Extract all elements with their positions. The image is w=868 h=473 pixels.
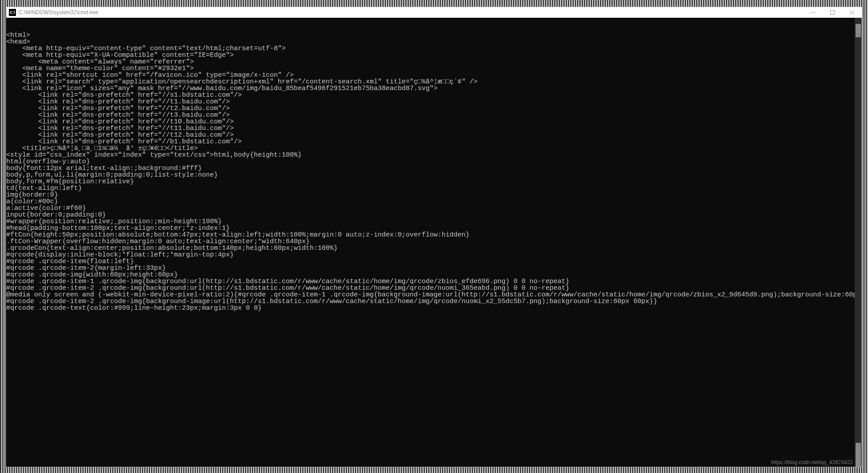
terminal-line: #head{padding-bottom:100px;text-align:ce… <box>6 225 862 232</box>
terminal-line: body{font:12px arial;text-align:;backgro… <box>6 165 862 172</box>
maximize-button[interactable] <box>823 7 842 18</box>
scrollbar-thumb-bottom[interactable] <box>856 443 861 467</box>
watermark: https://blog.csdn.net/qq_42874422 <box>771 459 853 466</box>
terminal-line: #ftCon{height:50px;position:absolute;bot… <box>6 232 862 238</box>
terminal-line: <html> <box>6 32 862 39</box>
terminal-line: <link rel="dns-prefetch" href="//s1.bdst… <box>6 92 862 99</box>
window-controls <box>803 7 862 18</box>
terminal-line: <meta http-equiv="X-UA-Compatible" conte… <box>6 52 862 59</box>
terminal-line: .ftCon-Wrapper{overflow:hidden;margin:0 … <box>6 238 862 245</box>
terminal-line: a:active{color:#f60} <box>6 205 862 212</box>
terminal-line: td{text-align:left} <box>6 185 862 192</box>
terminal-line: <meta content="always" name="referrer"> <box>6 59 862 65</box>
terminal-line: #qrcode .qrcode-img{width:60px;height:60… <box>6 272 862 278</box>
terminal-line: <meta http-equiv="content-type" content=… <box>6 45 862 52</box>
terminal-line: .qrcodeCon{text-align:center;position:ab… <box>6 245 862 252</box>
terminal-line: <link rel="dns-prefetch" href="//b1.bdst… <box>6 138 862 145</box>
terminal-line: #qrcode .qrcode-item-2 .qrcode-img{backg… <box>6 298 862 305</box>
terminal-line: #qrcode .qrcode-item{float:left} <box>6 258 862 265</box>
terminal-line: <link rel="shortcut icon" href="/favicon… <box>6 72 862 79</box>
terminal-line: <link rel="dns-prefetch" href="//t3.baid… <box>6 112 862 118</box>
cmd-window: C:\ C:\WINDOWS\system32\cmd.exe <html><h… <box>6 7 862 467</box>
terminal-line: <link rel="dns-prefetch" href="//t10.bai… <box>6 118 862 125</box>
terminal-line: <link rel="dns-prefetch" href="//t11.bai… <box>6 125 862 132</box>
terminal-line: body,p,form,ul,li{margin:0;padding:0;lis… <box>6 172 862 178</box>
terminal-line: body,form,#fm{position:relative} <box>6 178 862 185</box>
terminal-line: <style id="css_index" index="index" type… <box>6 152 862 158</box>
terminal-line: @media only screen and (-webkit-min-devi… <box>6 292 862 298</box>
terminal-line: <head> <box>6 39 862 45</box>
terminal-line: #qrcode .qrcode-item-1 .qrcode-img{backg… <box>6 278 862 285</box>
terminal-line: <link rel="dns-prefetch" href="//t2.baid… <box>6 105 862 112</box>
app-icon: C:\ <box>9 9 16 16</box>
terminal-line: img{border:0} <box>6 192 862 198</box>
terminal-line: a{color:#00c} <box>6 198 862 205</box>
terminal-line: <link rel="search" type="application/ope… <box>6 79 862 85</box>
terminal-line: input{border:0;padding:0} <box>6 212 862 218</box>
terminal-line: <link rel="icon" sizes="any" mask href="… <box>6 85 862 92</box>
scrollbar-thumb-top[interactable] <box>856 24 861 37</box>
terminal-lines: <html><head> <meta http-equiv="content-t… <box>6 32 862 311</box>
terminal-line: <link rel="dns-prefetch" href="//t1.baid… <box>6 99 862 105</box>
svg-rect-1 <box>831 11 835 15</box>
titlebar[interactable]: C:\ C:\WINDOWS\system32\cmd.exe <box>6 7 862 18</box>
terminal-output[interactable]: <html><head> <meta http-equiv="content-t… <box>6 18 862 467</box>
scrollbar[interactable] <box>855 18 862 467</box>
minimize-button[interactable] <box>803 7 823 18</box>
terminal-line: #qrcode .qrcode-item-2 .qrcode-img{backg… <box>6 285 862 292</box>
terminal-line: <title>ç□¾åº¦ä¸□ä¸□ï¼□ä½ å° ±ç□¥é□□</tit… <box>6 145 862 152</box>
window-title: C:\WINDOWS\system32\cmd.exe <box>19 9 803 16</box>
terminal-line: <link rel="dns-prefetch" href="//t12.bai… <box>6 132 862 138</box>
close-button[interactable] <box>842 7 862 18</box>
terminal-line: #qrcode .qrcode-text{color:#999;line-hei… <box>6 305 862 311</box>
terminal-line: #qrcode .qrcode-item-2{margin-left:33px} <box>6 265 862 272</box>
terminal-line: #qrcode{display:inline-block;*float:left… <box>6 252 862 258</box>
terminal-line: html{overflow-y:auto} <box>6 158 862 165</box>
terminal-line: #wrapper{position:relative;_position:;mi… <box>6 218 862 225</box>
terminal-line: <meta name="theme-color" content="#2932e… <box>6 65 862 72</box>
